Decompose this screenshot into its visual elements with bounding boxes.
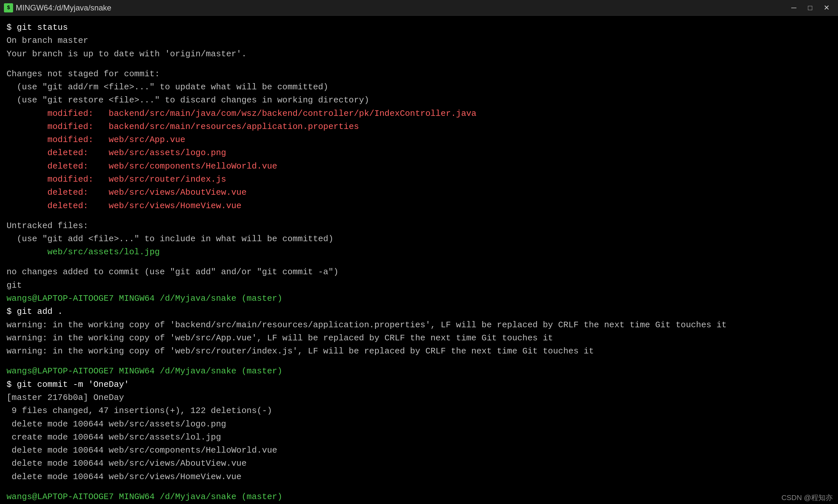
terminal-line: web/src/assets/lol.jpg <box>6 246 832 258</box>
title-bar-left: $ MINGW64:/d/Myjava/snake <box>4 3 111 13</box>
terminal-line: deleted: web/src/assets/logo.png <box>6 146 832 159</box>
terminal-icon: $ <box>4 3 13 13</box>
status-text: CSDN @程知亦 <box>781 493 833 502</box>
terminal-line: deleted: web/src/components/HelloWorld.v… <box>6 160 832 173</box>
terminal-line: (use "git add/rm <file>..." to update wh… <box>6 80 832 94</box>
maximize-button[interactable]: □ <box>803 1 818 14</box>
terminal-line: $ git commit -m 'OneDay' <box>6 378 832 391</box>
terminal-line: modified: backend/src/main/java/com/wsz/… <box>6 107 832 120</box>
terminal-line: (use "git restore <file>..." to discard … <box>6 94 832 107</box>
terminal-line: On branch master <box>6 34 832 47</box>
window-controls: ─ □ ✕ <box>786 1 834 14</box>
terminal-line: $ git status <box>6 21 832 34</box>
terminal-line: no changes added to commit (use "git add… <box>6 266 832 278</box>
terminal-line: warning: in the working copy of 'web/src… <box>6 345 832 358</box>
title-bar: $ MINGW64:/d/Myjava/snake ─ □ ✕ <box>0 0 838 16</box>
terminal-line: delete mode 100644 web/src/assets/logo.p… <box>6 418 832 431</box>
terminal-line <box>6 259 832 266</box>
terminal-line <box>6 483 832 490</box>
terminal-line: delete mode 100644 web/src/views/HomeVie… <box>6 470 832 483</box>
terminal-line: Untracked files: <box>6 219 832 232</box>
terminal-line: wangs@LAPTOP-AITOOGE7 MINGW64 /d/Myjava/… <box>6 292 832 305</box>
terminal-line: modified: web/src/router/index.js <box>6 173 832 186</box>
terminal-line: git <box>6 279 832 292</box>
status-bar: CSDN @程知亦 <box>776 491 838 504</box>
close-button[interactable]: ✕ <box>819 1 834 14</box>
window-title: MINGW64:/d/Myjava/snake <box>16 3 111 13</box>
terminal-line: Changes not staged for commit: <box>6 68 832 80</box>
terminal-line: delete mode 100644 web/src/components/He… <box>6 444 832 457</box>
terminal-line: delete mode 100644 web/src/views/AboutVi… <box>6 457 832 470</box>
terminal-line <box>6 212 832 219</box>
terminal-line: $ git add . <box>6 305 832 318</box>
terminal-line: modified: backend/src/main/resources/app… <box>6 120 832 133</box>
terminal-line: 9 files changed, 47 insertions(+), 122 d… <box>6 404 832 417</box>
terminal-line: create mode 100644 web/src/assets/lol.jp… <box>6 431 832 444</box>
terminal-line: (use "git add <file>..." to include in w… <box>6 232 832 246</box>
terminal-line: wangs@LAPTOP-AITOOGE7 MINGW64 /d/Myjava/… <box>6 364 832 378</box>
terminal-line: wangs@LAPTOP-AITOOGE7 MINGW64 /d/Myjava/… <box>6 490 832 503</box>
terminal-line: Your branch is up to date with 'origin/m… <box>6 48 832 60</box>
terminal-line <box>6 60 832 68</box>
terminal-line: [master 2176b0a] OneDay <box>6 391 832 404</box>
terminal-line: warning: in the working copy of 'web/src… <box>6 331 832 345</box>
terminal-line <box>6 358 832 365</box>
terminal-line: warning: in the working copy of 'backend… <box>6 319 832 331</box>
terminal-window: $ git statusOn branch masterYour branch … <box>0 16 838 504</box>
terminal-line: modified: web/src/App.vue <box>6 133 832 146</box>
terminal-line: deleted: web/src/views/HomeView.vue <box>6 199 832 212</box>
terminal-line: deleted: web/src/views/AboutView.vue <box>6 186 832 199</box>
minimize-button[interactable]: ─ <box>786 1 801 14</box>
